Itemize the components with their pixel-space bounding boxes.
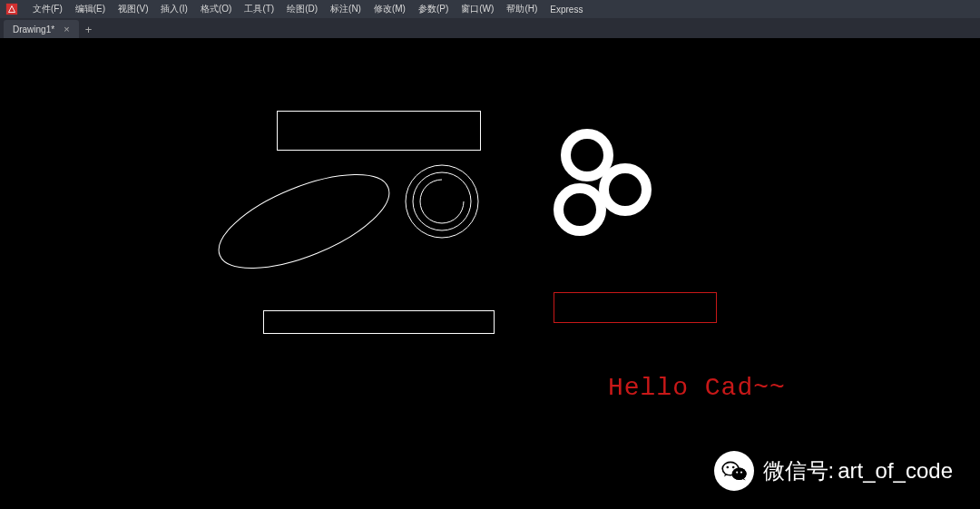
close-icon[interactable]: ×	[64, 24, 69, 34]
app-icon	[5, 3, 18, 15]
svg-point-10	[731, 466, 734, 469]
shape-rectangle-red[interactable]	[554, 292, 717, 323]
tab-bar: Drawing1* × +	[0, 18, 980, 38]
watermark-handle: art_of_code	[838, 458, 953, 484]
menu-view[interactable]: 视图(V)	[118, 3, 148, 15]
svg-point-8	[731, 467, 746, 480]
menu-draw[interactable]: 绘图(D)	[287, 3, 318, 15]
drawing-canvas[interactable]: Hello Cad~~	[0, 38, 980, 509]
menu-edit[interactable]: 编辑(E)	[75, 3, 105, 15]
svg-point-11	[736, 472, 738, 474]
svg-point-9	[726, 466, 729, 469]
watermark-prefix: 微信号:	[763, 456, 835, 485]
menu-modify[interactable]: 修改(M)	[374, 3, 406, 15]
svg-point-12	[740, 472, 742, 474]
menu-insert[interactable]: 插入(I)	[161, 3, 187, 15]
watermark: 微信号: art_of_code	[714, 451, 953, 491]
menu-help[interactable]: 帮助(H)	[506, 3, 537, 15]
menu-file[interactable]: 文件(F)	[33, 3, 63, 15]
wechat-icon	[714, 451, 754, 491]
shape-concentric-circles[interactable]	[401, 161, 483, 242]
shape-rectangle-top[interactable]	[277, 111, 481, 151]
menu-format[interactable]: 格式(O)	[201, 3, 231, 15]
menu-parametric[interactable]: 参数(P)	[418, 3, 448, 15]
shape-rectangle-bottom[interactable]	[263, 310, 495, 334]
svg-point-2	[406, 165, 478, 238]
tab-label: Drawing1*	[13, 24, 54, 34]
tab-drawing1[interactable]: Drawing1* ×	[4, 20, 79, 38]
shape-ellipse[interactable]	[209, 170, 399, 274]
menu-tools[interactable]: 工具(T)	[244, 3, 274, 15]
shape-text-hello[interactable]: Hello Cad~~	[608, 374, 786, 402]
menu-express[interactable]: Express	[550, 5, 583, 15]
menu-dimension[interactable]: 标注(N)	[330, 3, 361, 15]
tab-add-button[interactable]: +	[79, 20, 99, 38]
donut-3	[554, 183, 606, 236]
menu-bar: 文件(F) 编辑(E) 视图(V) 插入(I) 格式(O) 工具(T) 绘图(D…	[0, 0, 980, 18]
donut-2	[599, 163, 652, 216]
menu-window[interactable]: 窗口(W)	[461, 3, 494, 15]
svg-point-3	[413, 172, 471, 230]
svg-point-1	[209, 170, 399, 274]
shape-donuts[interactable]	[554, 129, 662, 238]
